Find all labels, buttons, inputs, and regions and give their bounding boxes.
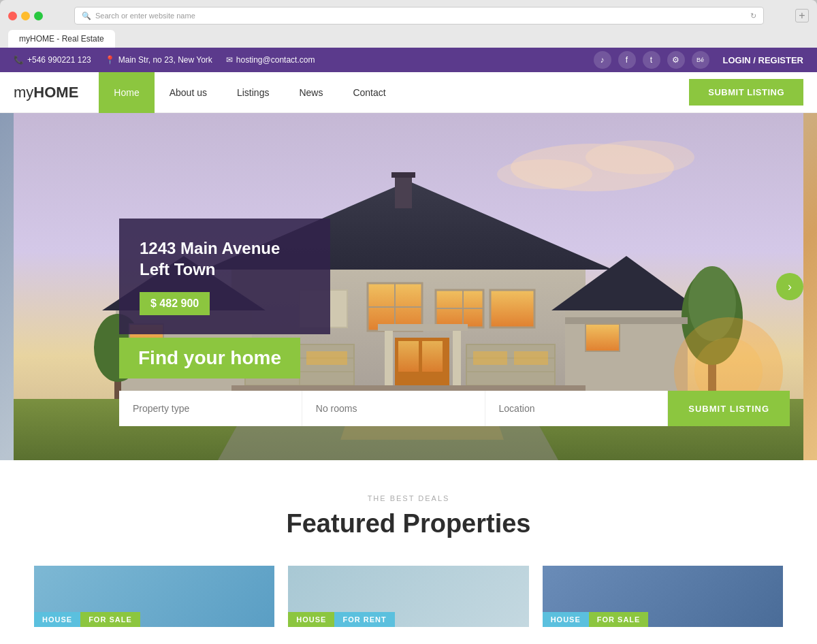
nav-links: Home About us Listings News Contact	[99, 72, 689, 113]
maximize-button[interactable]	[34, 12, 43, 20]
top-bar-left: 📞 +546 990221 123 📍 Main Str, no 23, New…	[14, 55, 315, 65]
hero-next-arrow[interactable]: ›	[776, 273, 803, 300]
nav-submit-listing-button[interactable]: SUBMIT LISTING	[689, 79, 803, 106]
search-submit-button[interactable]: SUBMIT LISTING	[668, 391, 790, 426]
twitter-social-button[interactable]: t	[643, 51, 660, 69]
card-status-badge-1: FOR SALE	[80, 612, 140, 627]
svg-rect-35	[306, 351, 347, 365]
card-badges-3: HOUSE FOR SALE	[543, 612, 649, 627]
svg-point-2	[586, 140, 694, 174]
location-icon: 📍	[105, 55, 115, 65]
website-content: 📞 +546 990221 123 📍 Main Str, no 23, New…	[0, 48, 817, 644]
address-text: Search or enter website name	[95, 12, 195, 20]
location-input[interactable]	[485, 391, 669, 426]
nav-about[interactable]: About us	[155, 72, 222, 113]
nav-home[interactable]: Home	[99, 72, 154, 113]
nav-listings[interactable]: Listings	[222, 72, 284, 113]
svg-rect-23	[398, 341, 419, 372]
address-bar[interactable]: 🔍 Search or enter website name ↻	[74, 7, 764, 25]
property-cards-row: HOUSE FOR SALE HOUSE FOR RENT	[0, 566, 817, 627]
hero-section: 5991	[0, 113, 817, 460]
logo-prefix: my	[14, 84, 33, 101]
featured-title: Featured Properties	[27, 509, 790, 538]
search-icon: 🔍	[82, 12, 91, 20]
behance-social-button[interactable]: Bé	[692, 51, 709, 69]
card-image-1: HOUSE FOR SALE	[34, 566, 274, 627]
svg-rect-48	[565, 317, 688, 324]
nav-contact[interactable]: Contact	[338, 72, 400, 113]
no-rooms-input[interactable]	[302, 391, 485, 426]
email-icon: ✉	[226, 55, 233, 65]
settings-social-button[interactable]: ⚙	[667, 51, 685, 69]
featured-subtitle: THE BEST DEALS	[27, 494, 790, 502]
svg-rect-41	[514, 351, 548, 365]
property-card-2[interactable]: HOUSE FOR RENT	[288, 566, 528, 627]
svg-rect-28	[378, 324, 468, 331]
logo-suffix: HOME	[33, 84, 78, 101]
phone-number: +546 990221 123	[27, 55, 91, 65]
phone-item: 📞 +546 990221 123	[14, 55, 91, 65]
find-home-banner: Find your home	[119, 338, 300, 379]
card-status-badge-3: FOR SALE	[589, 612, 649, 627]
svg-rect-13	[391, 172, 415, 178]
property-address: 1243 Main Avenue Left Town	[140, 238, 310, 280]
find-home-text: Find your home	[138, 347, 281, 369]
property-type-input[interactable]	[119, 391, 302, 426]
phone-icon: 📞	[14, 55, 24, 65]
card-type-badge-3: HOUSE	[543, 612, 589, 627]
svg-rect-24	[422, 341, 443, 372]
property-card-1[interactable]: HOUSE FOR SALE	[34, 566, 274, 627]
card-image-3: HOUSE FOR SALE	[543, 566, 783, 627]
browser-titlebar: 🔍 Search or enter website name ↻ +	[0, 7, 817, 30]
facebook-social-button[interactable]: f	[618, 51, 636, 69]
svg-rect-49	[586, 324, 620, 351]
svg-rect-40	[473, 351, 507, 365]
address-text: Main Str, no 23, New York	[118, 55, 212, 65]
search-bar: SUBMIT LISTING	[119, 391, 790, 426]
refresh-icon[interactable]: ↻	[750, 12, 756, 20]
card-badges-1: HOUSE FOR SALE	[34, 612, 140, 627]
close-button[interactable]	[8, 12, 17, 20]
svg-rect-17	[490, 290, 534, 327]
card-type-badge-1: HOUSE	[34, 612, 80, 627]
property-card-3[interactable]: HOUSE FOR SALE	[543, 566, 783, 627]
new-tab-button[interactable]: +	[795, 9, 809, 22]
minimize-button[interactable]	[21, 12, 30, 20]
email-text: hosting@contact.com	[236, 55, 315, 65]
card-badges-2: HOUSE FOR RENT	[288, 612, 394, 627]
address-item: 📍 Main Str, no 23, New York	[105, 55, 212, 65]
browser-chrome: 🔍 Search or enter website name ↻ + myHOM…	[0, 0, 817, 48]
main-navigation: myHOME Home About us Listings News Conta…	[0, 72, 817, 113]
featured-section: THE BEST DEALS Featured Properties HOUSE…	[0, 460, 817, 644]
top-bar-right: ♪ f t ⚙ Bé LOGIN / REGISTER	[594, 51, 803, 69]
site-logo: myHOME	[14, 84, 78, 101]
card-image-2: HOUSE FOR RENT	[288, 566, 528, 627]
spotify-social-button[interactable]: ♪	[594, 51, 611, 69]
svg-rect-12	[395, 174, 412, 208]
card-type-badge-2: HOUSE	[288, 612, 334, 627]
top-bar: 📞 +546 990221 123 📍 Main Str, no 23, New…	[0, 48, 817, 72]
browser-tabs: myHOME - Real Estate	[0, 30, 817, 48]
property-price: $ 482 900	[140, 292, 210, 315]
login-register-link[interactable]: LOGIN / REGISTER	[723, 55, 803, 65]
property-info-box: 1243 Main Avenue Left Town $ 482 900	[119, 219, 330, 334]
card-status-badge-2: FOR RENT	[334, 612, 394, 627]
browser-tab[interactable]: myHOME - Real Estate	[8, 30, 115, 48]
nav-news[interactable]: News	[284, 72, 338, 113]
svg-point-3	[497, 159, 592, 189]
email-item: ✉ hosting@contact.com	[226, 55, 315, 65]
